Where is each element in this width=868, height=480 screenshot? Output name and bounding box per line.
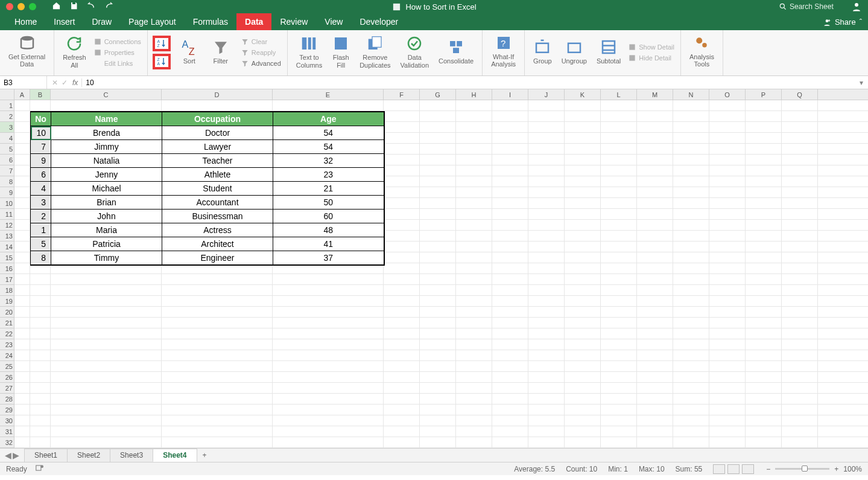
col-header-D[interactable]: D <box>162 89 273 100</box>
cancel-formula-icon[interactable]: ✕ <box>52 78 58 87</box>
tab-draw[interactable]: Draw <box>83 13 120 30</box>
th-occ[interactable]: Occupation <box>162 112 273 126</box>
row-header[interactable]: 3 <box>0 122 14 133</box>
tab-data[interactable]: Data <box>236 13 271 30</box>
row-header[interactable]: 16 <box>0 263 14 274</box>
row-header[interactable]: 25 <box>0 361 14 372</box>
group-button[interactable]: Group <box>528 36 557 69</box>
remove-duplicates-button[interactable]: Remove Duplicates <box>355 32 395 72</box>
analysis-tools-button[interactable]: Analysis Tools <box>685 31 719 72</box>
table-row[interactable]: 8TimmyEngineer37 <box>31 251 384 266</box>
row-header[interactable]: 28 <box>0 394 14 405</box>
sheet-tab-sheet3[interactable]: Sheet3 <box>110 449 153 462</box>
col-header-Q[interactable]: Q <box>782 89 818 100</box>
row-header[interactable]: 18 <box>0 285 14 296</box>
sort-ascending-button[interactable]: AZ <box>153 36 171 51</box>
zoom-in-icon[interactable]: + <box>834 465 838 473</box>
search-input[interactable] <box>790 2 844 11</box>
filter-button[interactable]: Filter <box>207 36 235 69</box>
zoom-slider[interactable] <box>775 468 829 470</box>
tab-review[interactable]: Review <box>271 13 316 30</box>
row-header[interactable]: 9 <box>0 187 14 198</box>
tab-insert[interactable]: Insert <box>45 13 83 30</box>
save-icon[interactable] <box>69 1 78 12</box>
sort-descending-button[interactable]: ZA <box>153 54 171 69</box>
row-header[interactable]: 4 <box>0 133 14 144</box>
what-if-button[interactable]: ?What-If Analysis <box>486 31 521 72</box>
col-header-O[interactable]: O <box>709 89 746 100</box>
formula-input[interactable] <box>82 76 855 89</box>
table-row[interactable]: 9NataliaTeacher32 <box>31 154 384 168</box>
subtotal-button[interactable]: Subtotal <box>592 36 626 69</box>
row-header[interactable]: 10 <box>0 198 14 209</box>
view-normal-icon[interactable] <box>713 464 725 474</box>
col-header-J[interactable]: J <box>528 89 565 100</box>
row-header[interactable]: 5 <box>0 144 14 155</box>
th-age[interactable]: Age <box>273 112 384 126</box>
row-header[interactable]: 12 <box>0 220 14 231</box>
row-header[interactable]: 19 <box>0 296 14 307</box>
row-header[interactable]: 26 <box>0 372 14 383</box>
tab-formulas[interactable]: Formulas <box>185 13 236 30</box>
col-header-H[interactable]: H <box>456 89 492 100</box>
name-box[interactable]: B3 <box>0 76 47 89</box>
accept-formula-icon[interactable]: ✓ <box>62 78 68 87</box>
col-header-G[interactable]: G <box>420 89 456 100</box>
undo-icon[interactable] <box>87 1 96 12</box>
minimize-window-icon[interactable] <box>17 3 25 10</box>
row-header[interactable]: 7 <box>0 165 14 176</box>
macro-record-icon[interactable] <box>34 464 44 474</box>
row-header[interactable]: 31 <box>0 426 14 437</box>
col-header-I[interactable]: I <box>492 89 528 100</box>
col-header-N[interactable]: N <box>673 89 709 100</box>
sheet-tab-sheet1[interactable]: Sheet1 <box>24 449 68 462</box>
sheet-nav-prev-icon[interactable]: ◀ <box>5 450 11 460</box>
row-header[interactable]: 17 <box>0 274 14 285</box>
home-icon[interactable] <box>52 1 61 12</box>
advanced-filter-button[interactable]: Advanced <box>241 59 281 68</box>
redo-icon[interactable] <box>104 1 113 12</box>
close-window-icon[interactable] <box>6 3 13 10</box>
data-validation-button[interactable]: Data Validation <box>396 32 434 72</box>
col-header-K[interactable]: K <box>565 89 601 100</box>
table-row[interactable]: 6JennyAthlete23 <box>31 168 384 182</box>
table-row[interactable]: 1MariaActress48 <box>31 223 384 237</box>
row-header[interactable]: 11 <box>0 209 14 220</box>
sheet-nav-next-icon[interactable]: ▶ <box>13 450 19 460</box>
col-header-M[interactable]: M <box>637 89 673 100</box>
view-page-break-icon[interactable] <box>742 464 754 474</box>
table-row[interactable]: 2JohnBusinessman60 <box>31 210 384 223</box>
col-header-B[interactable]: B <box>30 89 51 100</box>
row-header[interactable]: 13 <box>0 231 14 242</box>
th-no[interactable]: No <box>31 112 51 126</box>
table-row[interactable]: 7JimmyLawyer54 <box>31 140 384 154</box>
sheet-tab-sheet2[interactable]: Sheet2 <box>67 449 110 462</box>
select-all-cell[interactable] <box>0 89 14 100</box>
row-header[interactable]: 2 <box>0 111 14 122</box>
table-row[interactable]: 3BrianAccountant50 <box>31 196 384 210</box>
search-sheet[interactable] <box>779 2 844 11</box>
col-header-E[interactable]: E <box>273 89 384 100</box>
row-header[interactable]: 14 <box>0 242 14 252</box>
row-header[interactable]: 24 <box>0 350 14 361</box>
share-button[interactable]: Share ˆ <box>817 14 868 30</box>
col-header-A[interactable]: A <box>14 89 30 100</box>
row-header[interactable]: 21 <box>0 318 14 328</box>
tab-home[interactable]: Home <box>6 13 45 30</box>
sheet-tab-sheet4[interactable]: Sheet4 <box>153 449 197 462</box>
sort-button[interactable]: AZSort <box>176 36 203 69</box>
maximize-window-icon[interactable] <box>29 3 36 10</box>
user-icon[interactable] <box>851 1 862 12</box>
get-external-data-button[interactable]: Get External Data <box>4 31 50 72</box>
collapse-ribbon-icon[interactable]: ˆ <box>860 18 862 27</box>
refresh-all-button[interactable]: Refresh All <box>58 32 91 72</box>
tab-page-layout[interactable]: Page Layout <box>120 13 185 30</box>
col-header-P[interactable]: P <box>746 89 782 100</box>
text-to-columns-button[interactable]: Text to Columns <box>291 32 327 72</box>
zoom-control[interactable]: − + 100% <box>766 465 862 473</box>
th-name[interactable]: Name <box>51 112 162 126</box>
row-header[interactable]: 15 <box>0 252 14 263</box>
consolidate-button[interactable]: Consolidate <box>434 36 478 69</box>
connections-button[interactable]: Connections <box>93 37 141 46</box>
window-controls[interactable] <box>0 3 36 10</box>
